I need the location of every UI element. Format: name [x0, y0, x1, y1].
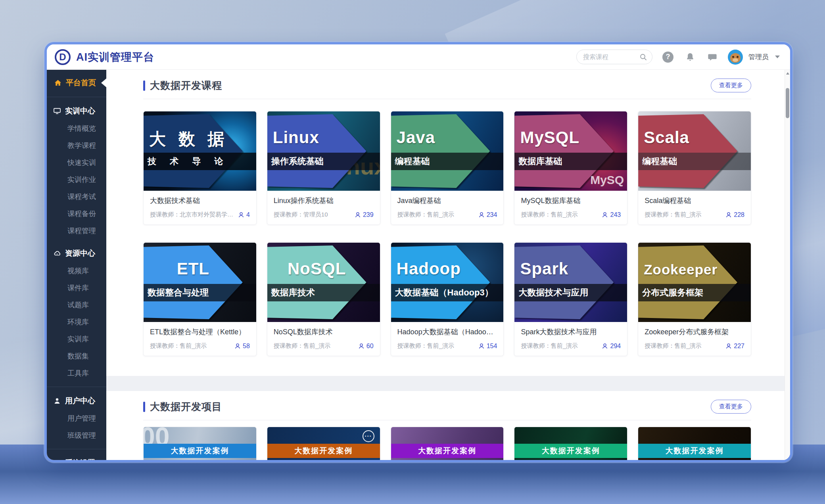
cover-subtitle: 数据库技术 [271, 284, 315, 301]
bell-icon[interactable] [683, 50, 697, 64]
course-card[interactable]: 大 数 据 技 术 导 论 大数据技术基础 授课教师：北京市对外贸易学校教...… [143, 111, 257, 225]
cover-title: Scala [644, 128, 689, 147]
search-box[interactable] [576, 50, 652, 64]
sidebar-group-users[interactable]: 用户中心 [47, 392, 106, 410]
course-teacher: 授课教师：售前_演示 [521, 211, 599, 218]
divider [47, 387, 106, 387]
project-banner: 大数据开发案例 [514, 444, 627, 458]
sidebar-group-training[interactable]: 实训中心 [47, 102, 106, 120]
view-more-button[interactable]: 查看更多 [711, 400, 751, 414]
view-more-button[interactable]: 查看更多 [711, 79, 751, 92]
project-card[interactable]: 大数据开发案例 [638, 427, 751, 460]
sidebar-item[interactable]: 班级管理 [47, 427, 106, 444]
student-count: 239 [363, 211, 374, 218]
user-avatar[interactable] [728, 50, 743, 65]
course-cover: Java 编程基础 [391, 111, 504, 191]
monitor-icon [53, 107, 61, 115]
cover-title: ETL [144, 259, 243, 278]
course-card[interactable]: Hadoop 大数据基础（Hadoop3） Hadoop大数据基础（Hadoop… [391, 242, 504, 356]
sidebar-item[interactable]: 课件库 [47, 280, 106, 297]
project-card[interactable]: 00 大数据开发案例 [143, 427, 257, 460]
project-card[interactable]: 大数据开发案例 [267, 427, 380, 460]
person-icon [478, 343, 485, 349]
course-card[interactable]: Scala 编程基础 Scala编程基础 授课教师：售前_演示 228 [638, 111, 751, 225]
search-input[interactable] [583, 54, 639, 61]
project-card[interactable]: 大数据开发案例 [391, 427, 504, 460]
person-icon [602, 212, 608, 218]
sidebar-item[interactable]: 实训库 [47, 331, 106, 348]
course-card[interactable]: Zookeeper 分布式服务框架 Zookeeper分布式服务框架 授课教师：… [638, 242, 751, 356]
sidebar: 平台首页 实训中心 学情概览 教学课程 快速实训 实训作业 课程考试 课程备份 … [47, 70, 106, 460]
message-icon[interactable] [706, 50, 719, 64]
sidebar-item[interactable]: 教学课程 [47, 137, 106, 154]
cover-arrow-shape [391, 114, 504, 188]
app-window: D AI实训管理平台 管理员 [47, 44, 790, 460]
cover-arrow-shape [514, 114, 627, 188]
sidebar-item[interactable]: 学情概览 [47, 120, 106, 137]
course-title: Hadoop大数据基础（Hadoop3） [397, 327, 497, 337]
section-courses: 大数据开发课程 查看更多 大 数 据 技 术 导 论 [106, 70, 785, 376]
sidebar-item[interactable]: 试题库 [47, 297, 106, 314]
sidebar-item[interactable]: 课程备份 [47, 205, 106, 222]
section-accent-bar [143, 80, 145, 91]
course-card[interactable]: Spark 大数据技术与应用 Spark大数据技术与应用 授课教师：售前_演示 … [514, 242, 627, 356]
cloud-icon [53, 249, 61, 257]
sidebar-item[interactable]: 快速实训 [47, 154, 106, 171]
sidebar-group-label: 用户中心 [65, 396, 95, 406]
student-count: 58 [243, 343, 250, 350]
scrollbar[interactable] [785, 70, 790, 460]
sidebar-item[interactable]: 视频库 [47, 263, 106, 280]
course-card[interactable]: Linux Linux 操作系统基础 Linux操作系统基础 授课教师：管理员1… [267, 111, 380, 225]
sidebar-item[interactable]: 课程考试 [47, 188, 106, 205]
student-count: 154 [487, 343, 497, 350]
cover-subtitle: 大数据技术与应用 [518, 284, 588, 301]
home-icon [54, 79, 62, 87]
user-icon [53, 397, 61, 405]
divider [47, 449, 106, 449]
sidebar-item[interactable]: 用户管理 [47, 410, 106, 427]
sidebar-item[interactable]: 环境库 [47, 314, 106, 331]
cover-subtitle: 技 术 导 论 [148, 153, 228, 170]
search-icon[interactable] [639, 53, 647, 61]
sidebar-group-resources[interactable]: 资源中心 [47, 244, 106, 263]
scrollbar-thumb[interactable] [786, 88, 789, 118]
course-card[interactable]: NoSQL 数据库技术 NoSQL数据库技术 授课教师：售前_演示 60 [267, 242, 380, 356]
course-cover: Hadoop 大数据基础（Hadoop3） [391, 243, 504, 322]
project-card[interactable]: 大数据开发案例 [514, 427, 627, 460]
course-card[interactable]: Java 编程基础 Java编程基础 授课教师：售前_演示 234 [391, 111, 504, 225]
course-cover: 大 数 据 技 术 导 论 [144, 111, 256, 191]
help-icon[interactable] [661, 50, 675, 64]
sidebar-item[interactable]: 实训作业 [47, 171, 106, 188]
person-icon [725, 343, 732, 349]
person-icon [478, 212, 485, 218]
course-cover: Scala 编程基础 [638, 111, 751, 191]
sidebar-item-home[interactable]: 平台首页 [47, 74, 106, 92]
course-teacher: 授课教师：售前_演示 [274, 342, 355, 350]
course-cover: MySQL 数据库基础 MySQ [514, 111, 627, 191]
main-content: 大数据开发课程 查看更多 大 数 据 技 术 导 论 [106, 70, 790, 460]
divider [143, 99, 751, 99]
cover-title: Linux [273, 128, 319, 147]
sidebar-item[interactable]: 工具库 [47, 365, 106, 382]
course-card[interactable]: MySQL 数据库基础 MySQ MySQL数据库基础 授课教师：售前_演示 2… [514, 111, 627, 225]
course-cover: Linux Linux 操作系统基础 [267, 111, 380, 191]
cover-arrow-shape [144, 114, 256, 188]
user-name[interactable]: 管理员 [748, 52, 769, 61]
app-header: D AI实训管理平台 管理员 [47, 44, 790, 70]
scroll-up-arrow[interactable] [786, 72, 789, 75]
course-card[interactable]: ETL 数据整合与处理 ETL数据整合与处理（Kettle） 授课教师：售前_演… [143, 242, 257, 356]
student-count: 60 [366, 343, 374, 350]
course-cover: Spark 大数据技术与应用 [514, 243, 627, 322]
sidebar-group-settings[interactable]: 系统设置 [47, 454, 106, 460]
cover-arrow-shape [638, 114, 751, 188]
project-cover: 大数据开发案例 [391, 427, 504, 460]
cover-arrow-shape [514, 245, 627, 319]
cover-arrow-shape [638, 245, 751, 319]
divider [143, 420, 751, 420]
course-cover: NoSQL 数据库技术 [267, 243, 380, 322]
chevron-down-icon[interactable] [775, 56, 780, 58]
sidebar-item[interactable]: 数据集 [47, 348, 106, 365]
person-icon [725, 212, 732, 218]
app-logo: D [55, 49, 71, 65]
sidebar-item[interactable]: 课程管理 [47, 222, 106, 240]
